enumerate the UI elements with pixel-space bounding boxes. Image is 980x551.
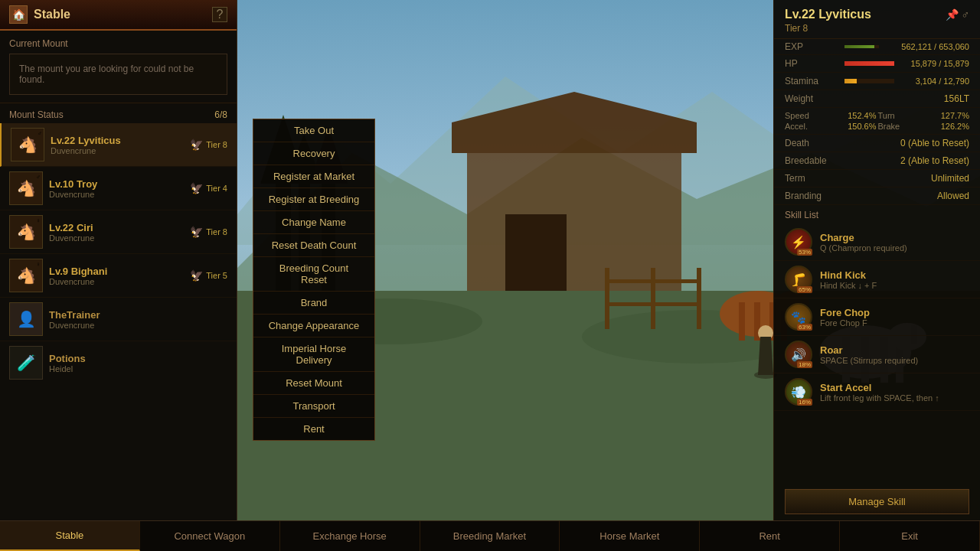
hp-value: 15,879 / 15,879 (900, 59, 969, 68)
weight-label: Weight (785, 93, 813, 104)
bottom-tab-1[interactable]: Connect Wagon (140, 521, 280, 551)
mount-item-1[interactable]: 🐴 ♂ Lv.10 Troy Duvencrune 🦅 Tier 4 (0, 167, 237, 210)
skill-icon-0: ⚡ 53% (785, 228, 812, 256)
svg-rect-35 (605, 279, 701, 283)
tier-icon-3: 🦅 (190, 269, 203, 282)
mount-item-2[interactable]: 🐴 ♀ Lv.22 Ciri Duvencrune 🦅 Tier 8 (0, 210, 237, 254)
horse-tier: Tier 8 (785, 23, 969, 34)
stamina-row: Stamina 3,104 / 12,790 (774, 73, 980, 90)
context-menu: Take OutRecoveryRegister at MarketRegist… (253, 119, 375, 441)
mount-gender-1: ♂ (36, 174, 41, 181)
mount-location-0: Duvencrune (51, 146, 190, 155)
stamina-bar-container (844, 79, 894, 83)
pin-icon[interactable]: 📌 (946, 8, 959, 21)
mount-tier-1: 🦅 Tier 4 (190, 182, 227, 194)
mount-location-3: Duvencrune (49, 277, 190, 286)
term-value: Unlimited (931, 173, 969, 184)
svg-marker-13 (452, 92, 697, 153)
skill-list-section: Skill List ⚡ 53% Charge Q (Champron requ… (774, 205, 980, 483)
bottom-tab-3[interactable]: Breeding Market (420, 521, 560, 551)
bottom-tab-2[interactable]: Exchange Horse (280, 521, 420, 551)
stamina-bar (844, 79, 857, 83)
skill-icon-3: 🔊 18% (785, 341, 812, 368)
potions-item[interactable]: 🧪 Potions Heidel (0, 341, 237, 384)
mount-info-1: Lv.10 Troy Duvencrune (49, 178, 190, 199)
term-label: Term (785, 173, 805, 184)
speed-value: 152.4% (848, 111, 876, 120)
context-menu-item-2[interactable]: Register at Market (253, 165, 374, 188)
skill-name-0: Charge (820, 232, 969, 243)
mount-location-2: Duvencrune (49, 233, 190, 243)
turn-value: 127.7% (941, 111, 969, 120)
mount-gender-3: ♀ (36, 261, 41, 268)
bottom-bar: StableConnect WagonExchange HorseBreedin… (0, 520, 980, 551)
context-menu-item-12[interactable]: Rent (253, 418, 374, 440)
context-menu-item-4[interactable]: Change Name (253, 211, 374, 234)
skill-name-4: Start Accel (820, 382, 969, 393)
mount-avatar-2: 🐴 ♀ (9, 215, 43, 249)
mount-gender-2: ♀ (36, 217, 41, 224)
mount-tier-3: 🦅 Tier 5 (190, 269, 227, 282)
branding-value: Allowed (937, 191, 969, 201)
hp-bar (844, 61, 894, 66)
skill-name-1: Hind Kick (820, 269, 969, 281)
skill-pct-3: 18% (797, 361, 812, 368)
mount-list: 🐴 ♂ Lv.22 Lyviticus Duvencrune 🦅 Tier 8 … (0, 123, 237, 520)
svg-rect-33 (651, 268, 655, 329)
mount-status-label: Mount Status (9, 109, 64, 120)
context-menu-item-5[interactable]: Reset Death Count (253, 234, 374, 257)
context-menu-item-9[interactable]: Imperial Horse Delivery (253, 337, 374, 372)
mount-not-found-message: The mount you are looking for could not … (9, 54, 227, 95)
stable-icon: 🏠 (9, 5, 28, 24)
mount-item-0[interactable]: 🐴 ♂ Lv.22 Lyviticus Duvencrune 🦅 Tier 8 (0, 123, 237, 167)
svg-rect-24 (754, 302, 760, 341)
context-menu-item-11[interactable]: Transport (253, 395, 374, 418)
bottom-tab-0[interactable]: Stable (0, 521, 140, 551)
mount-tier-0: 🦅 Tier 8 (190, 139, 227, 151)
branding-row: Branding Allowed (774, 187, 980, 205)
context-menu-item-0[interactable]: Take Out (253, 119, 374, 142)
death-label: Death (785, 138, 809, 148)
svg-rect-14 (505, 214, 567, 291)
speed-turn-grid: Speed 152.4% Turn 127.7% Accel. 150.6% B… (774, 108, 980, 135)
skill-desc-0: Q (Champron required) (820, 243, 969, 253)
context-menu-item-1[interactable]: Recovery (253, 142, 374, 165)
skill-list-label: Skill List (774, 205, 980, 223)
skill-info-0: Charge Q (Champron required) (820, 232, 969, 253)
mount-name-1: Lv.10 Troy (49, 178, 190, 190)
brake-item: Brake 126.2% (878, 122, 970, 131)
accel-label: Accel. (785, 122, 808, 131)
skill-info-4: Start Accel Lift front leg with SPACE, t… (820, 382, 969, 403)
mount-item-3[interactable]: 🐴 ♀ Lv.9 Bighani Duvencrune 🦅 Tier 5 (0, 254, 237, 298)
skill-pct-1: 65% (797, 286, 812, 293)
potions-info: Potions Heidel (49, 353, 86, 373)
context-menu-item-10[interactable]: Reset Mount (253, 372, 374, 395)
gender-icon: ♂ (962, 8, 970, 21)
breedable-label: Breedable (785, 155, 827, 166)
skill-desc-3: SPACE (Stirrups required) (820, 356, 969, 365)
skill-item-3: 🔊 18% Roar SPACE (Stirrups required) (774, 336, 980, 373)
manage-skill-button[interactable]: Manage Skill (785, 489, 969, 514)
potions-avatar: 🧪 (9, 346, 43, 380)
context-menu-item-8[interactable]: Change Appearance (253, 315, 374, 337)
mount-count: 6/8 (214, 109, 227, 120)
mount-info-2: Lv.22 Ciri Duvencrune (49, 222, 190, 243)
speed-label: Speed (785, 111, 809, 120)
turn-item: Turn 127.7% (878, 111, 970, 120)
bottom-tab-4[interactable]: Horse Market (560, 521, 700, 551)
tier-icon-0: 🦅 (190, 139, 203, 151)
mount-gender-0: ♂ (38, 130, 42, 137)
skill-item-4: 💨 16% Start Accel Lift front leg with SP… (774, 373, 980, 411)
mount-status-header: Mount Status 6/8 (0, 103, 237, 123)
trainer-item[interactable]: 👤 TheTrainer Duvencrune (0, 298, 237, 341)
svg-rect-23 (739, 302, 745, 341)
mount-avatar-3: 🐴 ♀ (9, 259, 43, 292)
skill-item-1: 🦵 65% Hind Kick Hind Kick ↓ + F (774, 261, 980, 298)
context-menu-item-3[interactable]: Register at Breeding (253, 188, 374, 211)
context-menu-item-6[interactable]: Breeding Count Reset (253, 257, 374, 292)
help-button[interactable]: ? (212, 7, 227, 22)
bottom-tab-5[interactable]: Rent (700, 521, 840, 551)
bottom-tab-6[interactable]: Exit (840, 521, 980, 551)
context-menu-item-7[interactable]: Brand (253, 292, 374, 315)
skill-list: ⚡ 53% Charge Q (Champron required) 🦵 65%… (774, 223, 980, 483)
